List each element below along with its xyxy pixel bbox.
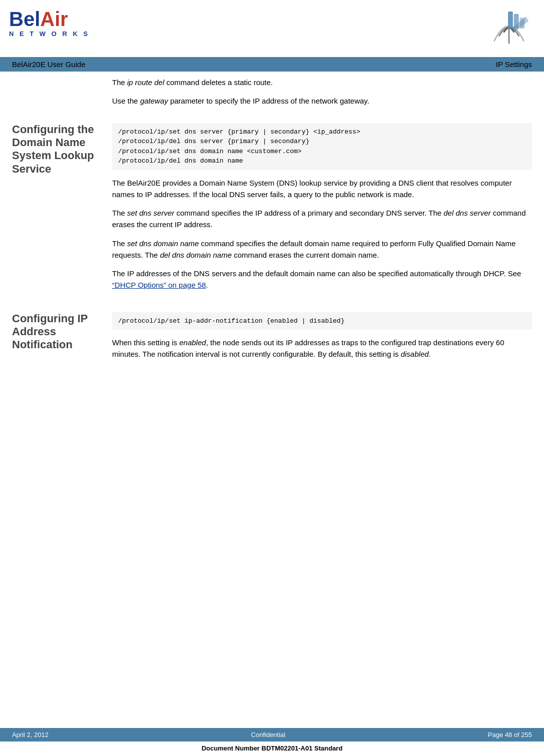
intro-layout: The ip route del command deletes a stati… <box>12 77 532 114</box>
belair-logo: BelAir <box>9 9 90 29</box>
section2-heading: Configuring IP Address Notification <box>12 312 102 352</box>
section1-para1: The BelAir20E provides a Domain Name Sys… <box>112 177 532 201</box>
section2-code: /protocol/ip/set ip-addr-notification {e… <box>112 312 532 330</box>
footer-page: Page 48 of 255 <box>488 731 532 738</box>
antenna-logo <box>487 9 532 49</box>
section2-content: /protocol/ip/set ip-addr-notification {e… <box>112 312 532 367</box>
section1-code: /protocol/ip/set dns server {primary | s… <box>112 123 532 170</box>
section1-block: Configuring the Domain Name System Looku… <box>0 114 544 298</box>
s2-cmd1: enabled <box>179 338 206 347</box>
intro-cmd1: ip route del <box>127 78 164 87</box>
intro-content: The ip route del command deletes a stati… <box>112 77 532 114</box>
s1-cmd1: set dns server <box>127 209 174 217</box>
section2-sidebar: Configuring IP Address Notification <box>12 312 112 367</box>
intro-sidebar-spacer <box>12 77 112 114</box>
section2-block: Configuring IP Address Notification /pro… <box>0 303 544 367</box>
logo-bel-text: Bel <box>9 8 40 30</box>
dhcp-options-link[interactable]: “DHCP Options” on page 58 <box>112 281 206 289</box>
intro-para1: The ip route del command deletes a stati… <box>112 77 532 88</box>
section1-heading: Configuring the Domain Name System Looku… <box>12 123 102 176</box>
s1-cmd4: del dns domain name <box>160 251 232 259</box>
nav-bar-section: IP Settings <box>496 60 532 69</box>
svg-rect-2 <box>508 12 513 29</box>
section1-para2: The set dns server command specifies the… <box>112 207 532 231</box>
intro-cmd2: gateway <box>140 97 168 105</box>
nav-bar: BelAir20E User Guide IP Settings <box>0 57 544 72</box>
s1-cmd3: set dns domain name <box>127 239 199 248</box>
intro-section: The ip route del command deletes a stati… <box>0 72 544 114</box>
intro-para2: Use the gateway parameter to specify the… <box>112 95 532 107</box>
section1-para4: The IP addresses of the DNS servers and … <box>112 268 532 291</box>
footer-confidential: Confidential <box>251 731 286 738</box>
antenna-svg <box>487 9 531 48</box>
footer-doc-number: Document Number BDTM02201-A01 Standard <box>0 741 544 756</box>
footer-bar: April 2, 2012 Confidential Page 48 of 25… <box>0 728 544 741</box>
page-footer: April 2, 2012 Confidential Page 48 of 25… <box>0 728 544 756</box>
logo-area: BelAir N E T W O R K S <box>9 9 90 38</box>
logo-air-text: Air <box>40 8 68 30</box>
s1-cmd2: del dns server <box>443 209 490 217</box>
section1-sidebar: Configuring the Domain Name System Looku… <box>12 123 112 298</box>
footer-date: April 2, 2012 <box>12 731 49 738</box>
section1-content: /protocol/ip/set dns server {primary | s… <box>112 123 532 298</box>
s2-cmd2: disabled <box>401 350 429 358</box>
nav-bar-title: BelAir20E User Guide <box>12 60 86 69</box>
page-header: BelAir N E T W O R K S <box>0 0 544 54</box>
logo-networks: N E T W O R K S <box>9 30 90 38</box>
section1-para3: The set dns domain name command specifie… <box>112 238 532 261</box>
section2-para1: When this setting is enabled, the node s… <box>112 337 532 360</box>
